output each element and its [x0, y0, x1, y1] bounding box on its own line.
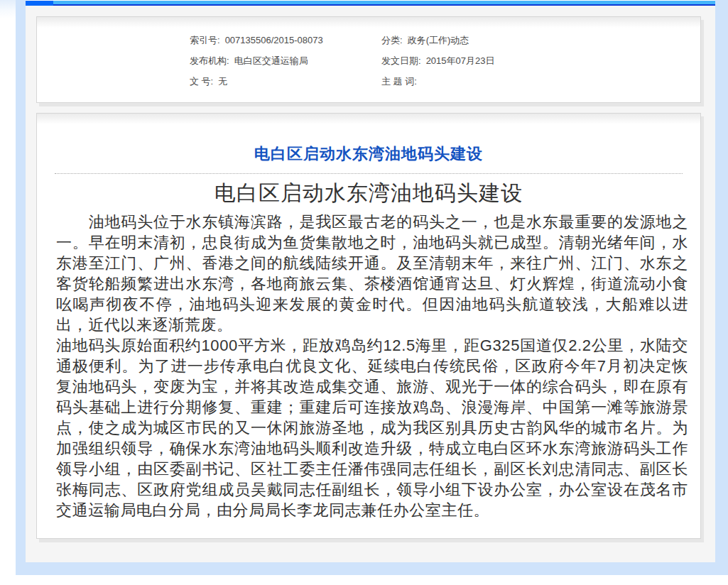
- field-value: 无: [218, 71, 227, 92]
- field-subject-words: 主 题 词:: [381, 71, 422, 92]
- field-issuing-agency: 发布机构: 电白区交通运输局: [190, 50, 381, 71]
- field-label: 分类:: [381, 30, 403, 50]
- table-row: 发布机构: 电白区交通运输局 发文日期: 2015年07月23日: [190, 50, 700, 71]
- header-accent-tab: [26, 1, 53, 6]
- field-label: 文 号:: [190, 71, 213, 92]
- field-document-number: 文 号: 无: [190, 71, 381, 92]
- field-index-number: 索引号: 007135506/2015-08073: [190, 30, 381, 50]
- document-info-table: 索引号: 007135506/2015-08073 分类: 政务(工作)动态 发…: [37, 17, 700, 92]
- article-paragraph: 油地码头位于水东镇海滨路，是我区最古老的码头之一，也是水东最重要的发源地之一。早…: [56, 212, 688, 335]
- corner-accent-gradient: [0, 0, 16, 18]
- field-label: 发文日期:: [381, 50, 421, 71]
- article-card: 电白区启动水东湾油地码头建设 电白区启动水东湾油地码头建设 油地码头位于水东镇海…: [36, 113, 701, 539]
- field-label: 发布机构:: [190, 50, 229, 71]
- dotted-divider: [55, 173, 683, 174]
- field-value: 政务(工作)动态: [408, 30, 469, 50]
- document-info-card: 索引号: 007135506/2015-08073 分类: 政务(工作)动态 发…: [36, 16, 701, 103]
- field-issue-date: 发文日期: 2015年07月23日: [381, 50, 494, 71]
- header-bar: [26, 1, 715, 6]
- content-area: 索引号: 007135506/2015-08073 分类: 政务(工作)动态 发…: [26, 1, 715, 562]
- right-side-strip: [715, 0, 728, 562]
- article-heading: 电白区启动水东湾油地码头建设: [37, 179, 700, 208]
- article-paragraph: 油地码头原始面积约1000平方米，距放鸡岛约12.5海里，距G325国道仅2.2…: [56, 335, 688, 520]
- field-value: 2015年07月23日: [426, 50, 495, 71]
- field-label: 索引号:: [190, 30, 220, 50]
- field-label: 主 题 词:: [381, 71, 417, 92]
- footer-strip: [16, 562, 728, 575]
- article-title-link[interactable]: 电白区启动水东湾油地码头建设: [37, 143, 700, 165]
- field-value: 电白区交通运输局: [234, 50, 308, 71]
- page: 索引号: 007135506/2015-08073 分类: 政务(工作)动态 发…: [0, 0, 728, 585]
- field-category: 分类: 政务(工作)动态: [381, 30, 469, 50]
- field-value: 007135506/2015-08073: [225, 30, 323, 50]
- table-row: 文 号: 无 主 题 词:: [190, 71, 700, 92]
- article-body: 油地码头位于水东镇海滨路，是我区最古老的码头之一，也是水东最重要的发源地之一。早…: [56, 212, 688, 520]
- left-side-strip: [16, 0, 26, 562]
- table-row: 索引号: 007135506/2015-08073 分类: 政务(工作)动态: [190, 30, 700, 50]
